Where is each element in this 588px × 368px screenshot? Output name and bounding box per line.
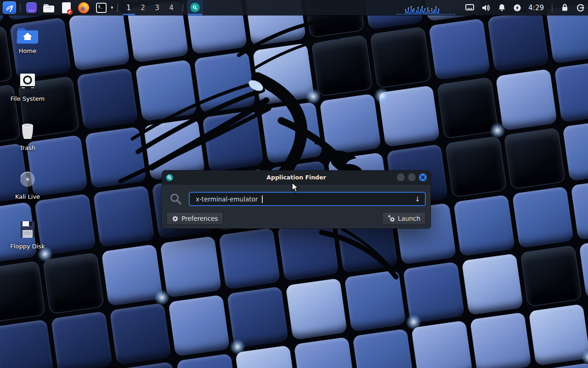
launch-button[interactable]: Launch [382, 212, 426, 225]
workspace-label: 3 [155, 4, 159, 12]
top-panel: $_ ▾ 1 2 3 4 [0, 0, 588, 15]
floppy-disk-icon [17, 219, 39, 240]
panel-separator [117, 4, 118, 12]
notifications-bell-icon[interactable] [498, 3, 506, 12]
workspace-label: 1 [126, 4, 131, 12]
power-manager-icon[interactable] [513, 4, 521, 12]
minimize-button[interactable] [397, 173, 405, 181]
file-manager-icon [43, 3, 55, 13]
optical-disc-icon [17, 170, 39, 190]
search-icon [170, 193, 182, 206]
desktop-icon-file-system[interactable]: File System [6, 72, 50, 102]
history-dropdown-icon[interactable]: ↓ [414, 195, 420, 203]
terminal-app-icon [26, 2, 37, 13]
close-button[interactable] [419, 173, 427, 181]
application-finder-window: Application Finder x-terminal-emulator ↓ [162, 170, 431, 229]
taskbar-application-finder[interactable] [187, 0, 203, 15]
firefox-icon [78, 2, 89, 13]
desktop-icon-label: File System [11, 95, 45, 102]
maximize-button[interactable] [408, 173, 416, 181]
desktop-icon-label: Kali Live [15, 193, 40, 200]
search-input[interactable]: x-terminal-emulator ↓ [189, 192, 426, 206]
clock[interactable]: 4:29 [528, 4, 544, 12]
launcher-terminal-emulator[interactable]: $_ [95, 1, 107, 14]
workspace-label: 4 [169, 4, 174, 12]
desktop-icon-label: Trash [20, 144, 35, 151]
network-ethernet-icon[interactable] [465, 4, 475, 12]
preferences-button-label: Preferences [181, 215, 218, 222]
search-input-value: x-terminal-emulator [196, 196, 258, 203]
launch-button-label: Launch [398, 215, 420, 222]
terminal-dropdown-chevron[interactable]: ▾ [111, 5, 113, 11]
desktop-icon-floppy-disk[interactable]: Floppy Disk [6, 219, 50, 250]
close-icon [421, 175, 425, 179]
home-folder-icon [17, 25, 39, 44]
cpu-graph[interactable] [396, 0, 456, 15]
text-editor-icon [62, 2, 71, 13]
volume-icon[interactable] [481, 4, 491, 12]
application-finder-task-icon [190, 3, 200, 12]
workspace-button-2[interactable]: 2 [136, 0, 150, 15]
terminal-icon: $_ [96, 3, 107, 13]
desktop: Home File System Trash Kali Live [0, 0, 588, 368]
mouse-cursor [291, 182, 300, 193]
panel-separator [552, 4, 553, 12]
kali-menu-icon [5, 3, 14, 12]
launch-run-icon [388, 215, 395, 222]
preferences-button[interactable]: Preferences [166, 212, 223, 225]
text-cursor [262, 196, 263, 203]
trash-can-icon [17, 121, 39, 141]
applications-menu-button[interactable] [3, 1, 16, 14]
workspace-button-3[interactable]: 3 [150, 0, 164, 15]
desktop-icon-kali-live[interactable]: Kali Live [6, 170, 50, 200]
workspace-button-1[interactable]: 1 [122, 0, 136, 15]
launcher-terminal-app[interactable] [25, 1, 37, 14]
workspace-label: 2 [141, 4, 145, 12]
desktop-icon-label: Floppy Disk [10, 243, 45, 250]
desktop-icon-home[interactable]: Home [6, 25, 50, 54]
launcher-firefox[interactable] [78, 1, 90, 14]
panel-separator [20, 4, 21, 12]
desktop-icon-label: Home [19, 47, 36, 54]
launcher-file-manager[interactable] [43, 1, 55, 14]
desktop-icon-trash[interactable]: Trash [6, 121, 50, 151]
panel-separator [182, 4, 183, 12]
hard-drive-icon [17, 72, 39, 92]
gear-icon [172, 215, 179, 222]
window-title: Application Finder [162, 174, 430, 181]
workspace-button-4[interactable]: 4 [164, 0, 179, 15]
launcher-text-editor[interactable] [60, 1, 72, 14]
logout-icon[interactable] [576, 3, 585, 12]
lock-screen-icon[interactable] [560, 3, 569, 12]
